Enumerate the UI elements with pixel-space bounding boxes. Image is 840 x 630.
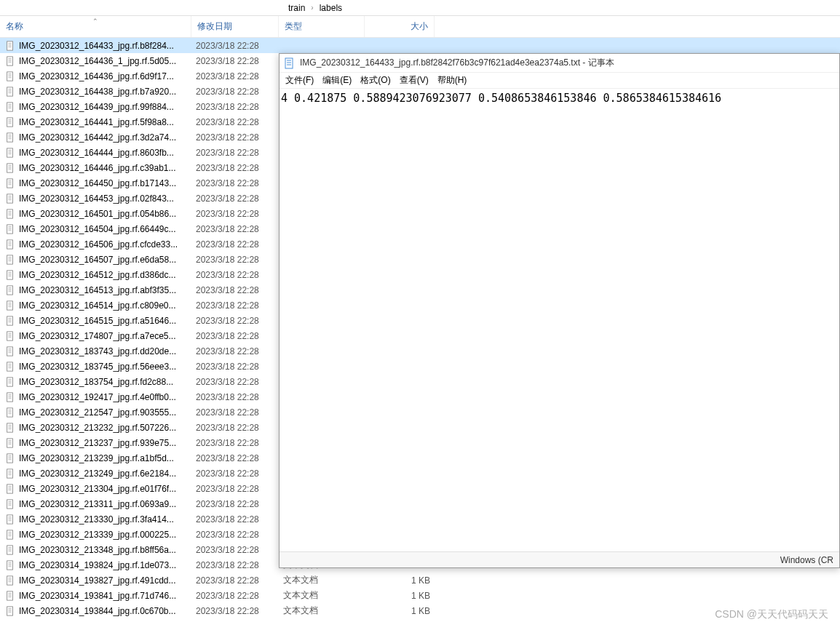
file-name-cell[interactable]: IMG_20230312_183754_jpg.rf.fd2c88... xyxy=(0,376,191,388)
breadcrumb-train[interactable]: train xyxy=(282,3,311,13)
file-date-cell: 2023/3/18 22:28 xyxy=(191,41,279,51)
menu-help[interactable]: 帮助(H) xyxy=(437,74,467,87)
file-name-cell[interactable]: IMG_20230312_164441_jpg.rf.5f98a8... xyxy=(0,116,191,128)
text-file-icon xyxy=(4,330,16,342)
file-name-cell[interactable]: IMG_20230314_193824_jpg.rf.1de073... xyxy=(0,559,191,571)
file-date-cell: 2023/3/18 22:28 xyxy=(191,606,279,616)
file-name-cell[interactable]: IMG_20230312_213304_jpg.rf.e01f76f... xyxy=(0,483,191,495)
file-name-text: IMG_20230312_164439_jpg.rf.99f884... xyxy=(19,102,174,112)
file-name-cell[interactable]: IMG_20230312_213348_jpg.rf.b8ff56a... xyxy=(0,544,191,556)
menu-format[interactable]: 格式(O) xyxy=(360,74,390,87)
text-file-icon xyxy=(4,223,16,235)
file-date-cell: 2023/3/18 22:28 xyxy=(191,132,279,143)
menu-view[interactable]: 查看(V) xyxy=(400,74,429,87)
file-name-cell[interactable]: IMG_20230312_213311_jpg.rf.0693a9... xyxy=(0,498,191,510)
file-name-cell[interactable]: IMG_20230312_164506_jpg.rf.cfcde33... xyxy=(0,239,191,250)
text-file-icon xyxy=(4,315,16,327)
file-name-text: IMG_20230312_174807_jpg.rf.a7ece5... xyxy=(19,331,176,341)
file-name-cell[interactable]: IMG_20230312_213339_jpg.rf.000225... xyxy=(0,529,191,541)
sort-asc-icon: ⌃ xyxy=(92,17,98,25)
file-name-text: IMG_20230312_164436_jpg.rf.6d9f17... xyxy=(19,71,174,81)
file-date-cell: 2023/3/18 22:28 xyxy=(191,255,279,265)
file-type-cell: 文本文档 xyxy=(279,605,365,617)
file-name-cell[interactable]: IMG_20230312_183743_jpg.rf.dd20de... xyxy=(0,346,191,357)
file-name-text: IMG_20230312_213304_jpg.rf.e01f76f... xyxy=(19,484,176,494)
file-name-cell[interactable]: IMG_20230312_164446_jpg.rf.c39ab1... xyxy=(0,162,191,174)
file-name-cell[interactable]: IMG_20230312_164439_jpg.rf.99f884... xyxy=(0,101,191,113)
file-name-cell[interactable]: IMG_20230312_164444_jpg.rf.8603fb... xyxy=(0,147,191,159)
file-name-cell[interactable]: IMG_20230312_192417_jpg.rf.4e0ffb0... xyxy=(0,391,191,403)
file-name-text: IMG_20230312_164433_jpg.rf.b8f284... xyxy=(19,41,174,51)
file-name-text: IMG_20230312_164450_jpg.rf.b17143... xyxy=(19,178,176,188)
file-name-text: IMG_20230314_193824_jpg.rf.1de073... xyxy=(19,560,176,570)
file-row[interactable]: IMG_20230314_193841_jpg.rf.71d746...2023… xyxy=(0,588,840,603)
text-file-icon xyxy=(4,452,16,464)
header-date[interactable]: 修改日期 xyxy=(191,16,279,37)
file-name-cell[interactable]: IMG_20230312_164514_jpg.rf.c809e0... xyxy=(0,300,191,311)
notepad-titlebar[interactable]: IMG_20230312_164433_jpg.rf.b8f2842f76b3c… xyxy=(280,54,839,73)
file-date-cell: 2023/3/18 22:28 xyxy=(191,362,279,372)
file-name-cell[interactable]: IMG_20230312_164436_jpg.rf.6d9f17... xyxy=(0,71,191,82)
notepad-menubar: 文件(F) 编辑(E) 格式(O) 查看(V) 帮助(H) xyxy=(280,73,839,89)
file-date-cell: 2023/3/18 22:28 xyxy=(191,545,279,555)
file-name-cell[interactable]: IMG_20230312_213239_jpg.rf.a1bf5d... xyxy=(0,452,191,464)
file-name-cell[interactable]: IMG_20230312_164507_jpg.rf.e6da58... xyxy=(0,254,191,266)
file-row[interactable]: IMG_20230314_193844_jpg.rf.0c670b...2023… xyxy=(0,603,840,618)
file-date-cell: 2023/3/18 22:28 xyxy=(191,591,279,601)
file-name-cell[interactable]: IMG_20230312_213330_jpg.rf.3fa414... xyxy=(0,514,191,525)
file-date-cell: 2023/3/18 22:28 xyxy=(191,270,279,280)
header-size[interactable]: 大小 xyxy=(365,16,435,37)
file-name-cell[interactable]: IMG_20230312_164442_jpg.rf.3d2a74... xyxy=(0,132,191,143)
file-row[interactable]: IMG_20230314_193827_jpg.rf.491cdd...2023… xyxy=(0,573,840,588)
text-file-icon xyxy=(4,376,16,388)
text-file-icon xyxy=(4,269,16,281)
file-name-cell[interactable]: IMG_20230312_183745_jpg.rf.56eee3... xyxy=(0,361,191,372)
file-date-cell: 2023/3/18 22:28 xyxy=(191,316,279,326)
file-name-cell[interactable]: IMG_20230314_193841_jpg.rf.71d746... xyxy=(0,590,191,602)
file-name-cell[interactable]: IMG_20230312_164504_jpg.rf.66449c... xyxy=(0,223,191,235)
file-name-cell[interactable]: IMG_20230314_193827_jpg.rf.491cdd... xyxy=(0,575,191,586)
file-name-text: IMG_20230312_213237_jpg.rf.939e75... xyxy=(19,438,176,448)
file-name-cell[interactable]: IMG_20230312_213237_jpg.rf.939e75... xyxy=(0,437,191,449)
file-name-cell[interactable]: IMG_20230314_193844_jpg.rf.0c670b... xyxy=(0,605,191,617)
file-date-cell: 2023/3/18 22:28 xyxy=(191,178,279,188)
file-name-cell[interactable]: IMG_20230312_213232_jpg.rf.507226... xyxy=(0,422,191,434)
menu-file[interactable]: 文件(F) xyxy=(285,74,314,87)
breadcrumb[interactable]: train › labels xyxy=(0,0,840,16)
header-name[interactable]: ⌃ 名称 xyxy=(0,16,191,37)
file-date-cell: 2023/3/18 22:28 xyxy=(191,407,279,418)
file-name-cell[interactable]: IMG_20230312_164436_1_jpg.rf.5d05... xyxy=(0,55,191,67)
file-name-cell[interactable]: IMG_20230312_164515_jpg.rf.a51646... xyxy=(0,315,191,327)
notepad-statusbar: Windows (CR xyxy=(280,551,839,567)
menu-edit[interactable]: 编辑(E) xyxy=(322,74,352,87)
text-file-icon xyxy=(4,346,16,357)
file-name-text: IMG_20230312_183754_jpg.rf.fd2c88... xyxy=(19,377,173,387)
file-name-text: IMG_20230312_164446_jpg.rf.c39ab1... xyxy=(19,163,176,173)
file-date-cell: 2023/3/18 22:28 xyxy=(191,423,279,433)
breadcrumb-labels[interactable]: labels xyxy=(314,3,348,13)
file-name-cell[interactable]: IMG_20230312_213249_jpg.rf.6e2184... xyxy=(0,468,191,479)
file-name-cell[interactable]: IMG_20230312_164513_jpg.rf.abf3f35... xyxy=(0,284,191,296)
text-file-icon xyxy=(4,193,16,204)
file-name-cell[interactable]: IMG_20230312_164438_jpg.rf.b7a920... xyxy=(0,86,191,97)
file-row[interactable]: IMG_20230312_164433_jpg.rf.b8f284...2023… xyxy=(0,38,840,53)
file-name-cell[interactable]: IMG_20230312_212547_jpg.rf.903555... xyxy=(0,407,191,418)
file-name-cell[interactable]: IMG_20230312_164433_jpg.rf.b8f284... xyxy=(0,40,191,52)
file-date-cell: 2023/3/18 22:28 xyxy=(191,346,279,356)
file-name-cell[interactable]: IMG_20230312_164512_jpg.rf.d386dc... xyxy=(0,269,191,281)
file-name-cell[interactable]: IMG_20230312_164450_jpg.rf.b17143... xyxy=(0,178,191,189)
file-name-cell[interactable]: IMG_20230312_164453_jpg.rf.02f843... xyxy=(0,193,191,204)
file-name-text: IMG_20230312_164513_jpg.rf.abf3f35... xyxy=(19,285,176,295)
file-date-cell: 2023/3/18 22:28 xyxy=(191,392,279,402)
text-file-icon xyxy=(4,422,16,434)
file-name-text: IMG_20230312_164514_jpg.rf.c809e0... xyxy=(19,300,176,311)
notepad-content[interactable]: 4 0.421875 0.5889423076923077 0.54086538… xyxy=(280,89,839,551)
header-type[interactable]: 类型 xyxy=(279,16,365,37)
file-name-text: IMG_20230312_164438_jpg.rf.b7a920... xyxy=(19,87,176,97)
text-file-icon xyxy=(4,300,16,311)
file-name-cell[interactable]: IMG_20230312_164501_jpg.rf.054b86... xyxy=(0,208,191,220)
file-name-text: IMG_20230312_213311_jpg.rf.0693a9... xyxy=(19,499,176,509)
file-name-text: IMG_20230312_164506_jpg.rf.cfcde33... xyxy=(19,239,178,250)
text-file-icon xyxy=(4,208,16,220)
file-name-cell[interactable]: IMG_20230312_174807_jpg.rf.a7ece5... xyxy=(0,330,191,342)
